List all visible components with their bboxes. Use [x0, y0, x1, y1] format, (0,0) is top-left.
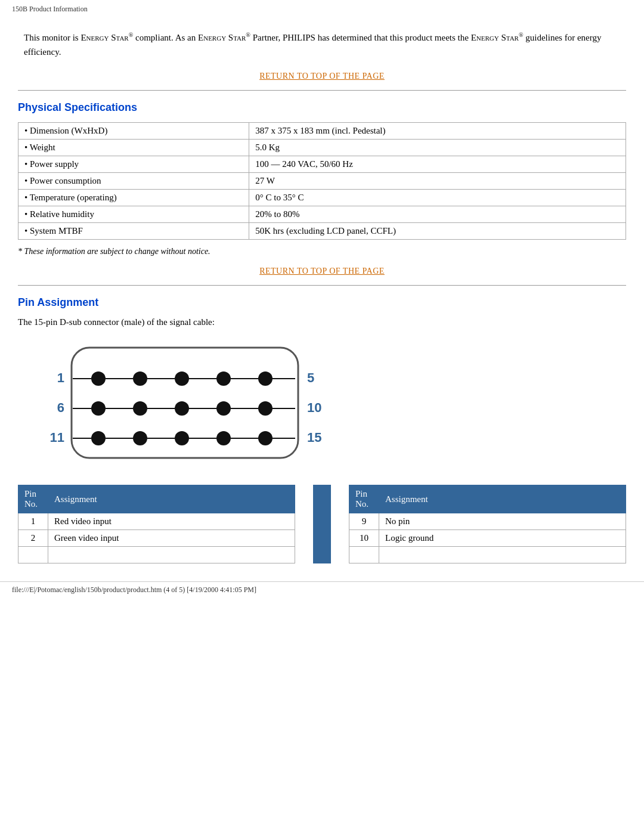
spec-label-mtbf: • System MTBF	[18, 223, 249, 240]
pin-assignment-spacer-left	[48, 547, 295, 563]
return-link-2-container: RETURN TO TOP OF THE PAGE	[18, 266, 626, 276]
table-row-spacer	[349, 547, 626, 563]
table-row: • Weight 5.0 Kg	[18, 140, 626, 156]
divider-1	[18, 90, 626, 91]
table-row: • Power consumption 27 W	[18, 173, 626, 190]
spec-label-humidity: • Relative humidity	[18, 206, 249, 223]
spec-label-weight: • Weight	[18, 140, 249, 156]
table-spacer	[313, 485, 331, 563]
table-row: 1 Red video input	[18, 513, 295, 530]
svg-point-30	[133, 431, 147, 445]
pin-assignment-10: Logic ground	[379, 530, 626, 547]
spec-value-mtbf: 50K hrs (excluding LCD panel, CCFL)	[249, 223, 626, 240]
specs-footnote: * These information are subject to chang…	[18, 247, 626, 256]
svg-text:1: 1	[57, 370, 64, 385]
footer-text: file:///E|/Potomac/english/150b/product/…	[12, 586, 256, 594]
brand-name-2: Energy Star	[198, 33, 246, 42]
table-row: 9 No pin	[349, 513, 626, 530]
svg-text:6: 6	[57, 400, 64, 415]
pin-no-spacer-left	[18, 547, 48, 563]
table-row: • System MTBF 50K hrs (excluding LCD pan…	[18, 223, 626, 240]
page-footer: file:///E|/Potomac/english/150b/product/…	[0, 581, 644, 598]
pin-assignment-title: Pin Assignment	[18, 296, 626, 309]
pin-assignment-1: Red video input	[48, 513, 295, 530]
svg-text:15: 15	[307, 430, 321, 445]
pin-no-header-left: PinNo.	[18, 485, 48, 513]
pin-no-spacer-right	[349, 547, 379, 563]
pin-assignment-spacer-right	[379, 547, 626, 563]
spec-value-humidity: 20% to 80%	[249, 206, 626, 223]
spec-label-dimension: • Dimension (WxHxD)	[18, 123, 249, 140]
page-header: 150B Product Information	[0, 0, 644, 18]
svg-point-18	[175, 401, 189, 416]
pin-table-left: PinNo. Assignment 1 Red video input 2 Gr…	[18, 485, 295, 563]
pin-no-10: 10	[349, 530, 379, 547]
divider-2	[18, 285, 626, 286]
pin-table-right: PinNo. Assignment 9 No pin 10 Logic grou…	[349, 485, 626, 563]
energy-star-text: This monitor is Energy Star® compliant. …	[24, 30, 620, 59]
physical-specs-title: Physical Specifications	[18, 101, 626, 114]
svg-point-20	[258, 401, 273, 416]
svg-point-4	[133, 371, 147, 386]
spec-value-weight: 5.0 Kg	[249, 140, 626, 156]
svg-text:5: 5	[307, 370, 314, 385]
svg-point-17	[133, 401, 147, 416]
connector-svg: 1 5 6 10	[36, 336, 334, 473]
brand-name-3: Energy Star	[471, 33, 519, 42]
svg-point-31	[175, 431, 189, 445]
spec-value-power-supply: 100 — 240 VAC, 50/60 Hz	[249, 156, 626, 173]
pin-no-1: 1	[18, 513, 48, 530]
svg-point-19	[216, 401, 231, 416]
spec-value-power-consumption: 27 W	[249, 173, 626, 190]
pin-no-9: 9	[349, 513, 379, 530]
table-row: 2 Green video input	[18, 530, 295, 547]
svg-point-33	[258, 431, 273, 445]
svg-point-32	[216, 431, 231, 445]
svg-point-16	[91, 401, 106, 416]
svg-point-6	[216, 371, 231, 386]
specs-table: • Dimension (WxHxD) 387 x 375 x 183 mm (…	[18, 122, 626, 240]
brand-name-1: Energy Star	[80, 33, 128, 42]
pin-assignment-section: Pin Assignment The 15-pin D-sub connecto…	[18, 296, 626, 563]
spec-label-temperature: • Temperature (operating)	[18, 190, 249, 206]
pin-assignment-9: No pin	[379, 513, 626, 530]
svg-text:10: 10	[307, 400, 321, 415]
table-row: 10 Logic ground	[349, 530, 626, 547]
physical-specs-section: Physical Specifications • Dimension (WxH…	[18, 101, 626, 256]
pin-no-header-right: PinNo.	[349, 485, 379, 513]
page-header-title: 150B Product Information	[12, 5, 88, 13]
assignment-header-right: Assignment	[379, 485, 626, 513]
connector-diagram: 1 5 6 10	[36, 336, 334, 473]
spec-label-power-consumption: • Power consumption	[18, 173, 249, 190]
pin-table-header-row: PinNo. Assignment	[18, 485, 295, 513]
spec-label-power-supply: • Power supply	[18, 156, 249, 173]
pin-table-header-row-right: PinNo. Assignment	[349, 485, 626, 513]
svg-point-3	[91, 371, 106, 386]
return-link-1-container: RETURN TO TOP OF THE PAGE	[18, 71, 626, 81]
pin-no-2: 2	[18, 530, 48, 547]
svg-text:11: 11	[50, 430, 64, 445]
spec-value-temperature: 0° C to 35° C	[249, 190, 626, 206]
table-row: • Temperature (operating) 0° C to 35° C	[18, 190, 626, 206]
main-content: This monitor is Energy Star® compliant. …	[0, 18, 644, 569]
table-row-spacer	[18, 547, 295, 563]
assignment-header-left: Assignment	[48, 485, 295, 513]
table-row: • Relative humidity 20% to 80%	[18, 206, 626, 223]
energy-star-block: This monitor is Energy Star® compliant. …	[18, 30, 626, 59]
table-row: • Dimension (WxHxD) 387 x 375 x 183 mm (…	[18, 123, 626, 140]
spec-value-dimension: 387 x 375 x 183 mm (incl. Pedestal)	[249, 123, 626, 140]
pin-tables-container: PinNo. Assignment 1 Red video input 2 Gr…	[18, 485, 626, 563]
return-link-2[interactable]: RETURN TO TOP OF THE PAGE	[259, 267, 385, 275]
svg-point-7	[258, 371, 273, 386]
pin-assignment-description: The 15-pin D-sub connector (male) of the…	[18, 317, 626, 327]
svg-point-29	[91, 431, 106, 445]
return-link-1[interactable]: RETURN TO TOP OF THE PAGE	[259, 72, 385, 80]
pin-assignment-2: Green video input	[48, 530, 295, 547]
table-row: • Power supply 100 — 240 VAC, 50/60 Hz	[18, 156, 626, 173]
svg-point-5	[175, 371, 189, 386]
